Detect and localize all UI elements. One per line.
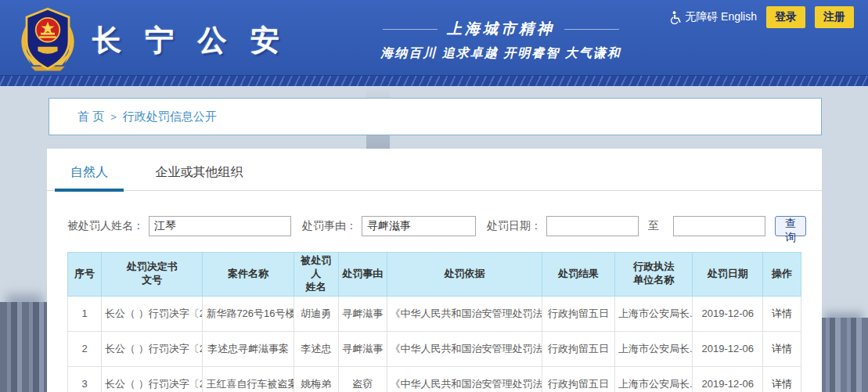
tab-divider-line [47, 190, 822, 191]
column-header: 行政执法 单位名称 [614, 253, 692, 297]
table-cell: 寻衅滋事 [338, 331, 387, 366]
table-cell: 李述忠寻衅滋事案 [203, 331, 294, 366]
slogan-subtitle: 海纳百川 追求卓越 开明睿智 大气谦和 [356, 45, 646, 62]
table-cell: 上海市公安局长... [614, 366, 692, 392]
accessibility-link[interactable]: 无障碍 English [669, 10, 757, 24]
breadcrumb-current-page: 行政处罚信息公开 [123, 110, 217, 124]
tab-enterprise-or-other[interactable]: 企业或其他组织 [152, 164, 246, 181]
column-header: 处罚依据 [387, 253, 542, 297]
table-cell: 长公（ ）行罚决字〔2019... [102, 296, 203, 331]
table-cell: 新华路726号16号楼... [203, 296, 294, 331]
table-cell-action: 详情 [763, 366, 801, 392]
table-cell: 《中华人民共和国治安管理处罚法... [387, 296, 542, 331]
wheelchair-accessibility-icon [669, 11, 681, 24]
table-cell: 盗窃 [338, 366, 387, 392]
site-header: 长 宁 公 安 上海城市精神 海纳百川 追求卓越 开明睿智 大气谦和 无障碍 E… [0, 0, 868, 75]
penalty-date-from-input[interactable] [546, 216, 639, 236]
table-row: 2长公（ ）行罚决字〔2019...李述忠寻衅滋事案李述忠寻衅滋事《中华人民共和… [68, 331, 801, 366]
table-cell-action: 详情 [763, 331, 801, 366]
table-cell: 2019-12-06 [693, 366, 763, 392]
table-cell: 《中华人民共和国治安管理处罚法... [387, 366, 542, 392]
table-cell: 寻衅滋事 [338, 296, 387, 331]
table-cell: 姚梅弟 [294, 366, 338, 392]
detail-link[interactable]: 详情 [772, 378, 792, 390]
search-form: 被处罚人姓名： 处罚事由： 处罚日期： 至 查询 [67, 216, 801, 236]
police-badge-logo [13, 2, 83, 74]
column-header: 处罚日期 [693, 253, 763, 297]
header-chevron-strip [0, 75, 868, 86]
table-cell: 长公（ ）行罚决字〔2019... [102, 366, 203, 392]
column-header: 处罚结果 [542, 253, 615, 297]
detail-link[interactable]: 详情 [772, 343, 792, 354]
table-cell: 1 [68, 296, 102, 331]
login-button[interactable]: 登录 [766, 6, 805, 28]
punished-name-label: 被处罚人姓名： [67, 219, 144, 233]
detail-link[interactable]: 详情 [772, 307, 792, 319]
table-cell: 行政拘留五日 [542, 296, 615, 331]
table-cell: 《中华人民共和国治安管理处罚法... [387, 331, 542, 366]
slogan-title: 上海城市精神 [356, 19, 646, 39]
table-cell: 行政拘留五日 [542, 331, 615, 366]
penalty-date-label: 处罚日期： [487, 219, 542, 233]
breadcrumb-home-link[interactable]: 首 页 [77, 110, 104, 124]
table-cell: 上海市公安局长... [614, 331, 692, 366]
column-header: 案件名称 [203, 253, 294, 297]
tab-bar: 自然人 企业或其他组织 [67, 149, 801, 191]
table-cell: 李述忠 [294, 331, 338, 366]
penalty-reason-label: 处罚事由： [302, 219, 357, 233]
site-title: 长 宁 公 安 [92, 21, 287, 60]
table-cell: 2019-12-06 [693, 331, 763, 366]
column-header: 处罚决定书 文号 [102, 253, 203, 297]
breadcrumb-bar: 首 页 > 行政处罚信息公开 [49, 98, 822, 135]
table-body: 1长公（ ）行罚决字〔2019...新华路726号16号楼...胡迪勇寻衅滋事《… [68, 296, 801, 392]
table-row: 3长公（ ）行罚决字〔2019...王红喜自行车被盗案姚梅弟盗窃《中华人民共和国… [68, 366, 801, 392]
penalty-reason-input[interactable] [362, 216, 476, 236]
column-header: 序号 [68, 253, 102, 297]
active-tab-underline [55, 189, 124, 192]
penalty-date-to-input[interactable] [673, 216, 765, 236]
breadcrumb: 首 页 > 行政处罚信息公开 [77, 110, 217, 124]
table-cell: 胡迪勇 [294, 296, 338, 331]
content-panel: 自然人 企业或其他组织 被处罚人姓名： 处罚事由： 处罚日期： 至 查询 序号处… [47, 149, 822, 392]
column-header: 被处罚人 姓名 [294, 253, 338, 297]
register-button[interactable]: 注册 [815, 6, 854, 28]
punished-name-input[interactable] [149, 216, 291, 236]
table-cell: 王红喜自行车被盗案 [203, 366, 294, 392]
table-row: 1长公（ ）行罚决字〔2019...新华路726号16号楼...胡迪勇寻衅滋事《… [68, 296, 801, 331]
column-header: 操作 [763, 253, 801, 297]
city-skyline-left [0, 302, 49, 392]
date-range-to-label: 至 [648, 219, 659, 233]
query-button[interactable]: 查询 [775, 216, 806, 236]
table-cell: 2 [68, 331, 102, 366]
table-cell: 3 [68, 366, 102, 392]
table-cell: 2019-12-06 [693, 296, 763, 331]
accessibility-label: 无障碍 English [685, 10, 757, 24]
table-cell: 上海市公安局长... [614, 296, 692, 331]
city-skyline-right [819, 318, 868, 392]
breadcrumb-separator: > [110, 111, 117, 123]
table-cell: 行政拘留五日 [542, 366, 615, 392]
column-header: 处罚事由 [338, 253, 387, 297]
penalty-records-table: 序号处罚决定书 文号案件名称被处罚人 姓名处罚事由处罚依据处罚结果行政执法 单位… [67, 252, 801, 392]
city-spirit-slogan: 上海城市精神 海纳百川 追求卓越 开明睿智 大气谦和 [356, 19, 646, 62]
table-cell: 长公（ ）行罚决字〔2019... [102, 331, 203, 366]
table-header-row: 序号处罚决定书 文号案件名称被处罚人 姓名处罚事由处罚依据处罚结果行政执法 单位… [68, 253, 801, 297]
table-cell-action: 详情 [763, 296, 801, 331]
tab-natural-person[interactable]: 自然人 [67, 164, 111, 181]
